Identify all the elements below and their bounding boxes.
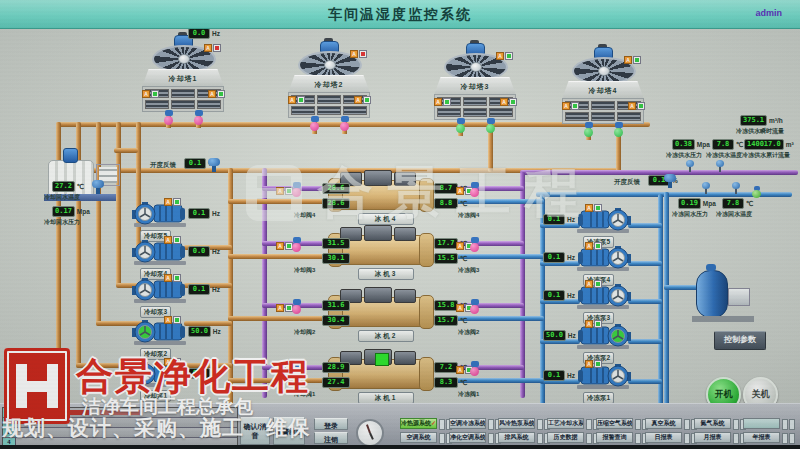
alarm-page-button[interactable]: 报警画面 [273,417,305,445]
pump-status-indicator: A [585,360,602,368]
nav-button[interactable]: 月报表✓ [694,432,731,443]
pump-frequency-display: 0.0Hz [188,246,220,257]
tower-body: 冷却塔1 [142,69,224,87]
pump-status-indicator: A [164,198,181,206]
cooling-in-temp-display: 31.5 [322,238,350,249]
nav-button[interactable]: 氮气系统✓ [694,418,731,429]
cooling-return-pressure-display: 0.17Mpa [52,206,90,217]
nav-button[interactable]: 净化空调系统✓ [449,432,486,443]
chilled-valve-icon[interactable] [470,299,480,314]
cooling-tower[interactable]: A 冷却塔4 A A [560,44,646,140]
cooling-valve-indicator: A [276,304,293,312]
shutoff-valve-icon[interactable] [752,186,762,198]
water-pump[interactable]: 50.0Hz A 冷却泵2 [128,314,248,358]
nav-button[interactable]: 风冷热泵系统✓ [498,418,535,429]
plant-canvas: 27.2℃ 冷却回水温度 0.17Mpa 冷却回水压力 开度反馈 0.1% 开度… [0,28,800,403]
chilled-valve-icon[interactable] [470,237,480,252]
nav-button[interactable]: 报警查询✓ [596,432,633,443]
chiller-unit[interactable]: 28.9 27.4 A 冷却阀1 冰机1 7.2℃ 8.3℃ A 冷冻阀1 [270,357,540,407]
chiller-screen [375,353,389,366]
cooling-out-temp-display: 30.1 [322,253,350,264]
nav-indicator [782,433,795,444]
tower-valve-icon[interactable] [164,110,174,125]
tower-status-indicator: A [562,102,579,110]
nav-button[interactable]: 历史数据✓ [547,432,584,443]
water-pump[interactable]: 0.1Hz A 冷冻泵3 [543,278,663,322]
nav-button[interactable]: 真空系统✓ [645,418,682,429]
alarm-row-number: 3 [3,428,16,437]
chilled-valve-label: 冷冻阀4 [458,211,479,220]
chiller-label: 冰机2 [358,330,414,342]
cooling-valve-indicator: A [276,242,293,250]
nav-button[interactable]: 工艺冷却水系统✓ [547,418,584,429]
pump-status-indicator: A [585,242,602,250]
water-pump[interactable]: 0.1Hz A 冷冻泵1 [543,358,663,402]
chiller-unit[interactable]: 31.6 30.4 A 冷却阀2 冰机2 15.8℃ 15.7℃ A 冷冻阀2 [270,295,540,345]
logged-in-user[interactable]: admin [755,8,782,18]
nav-button[interactable]: 日报表✓ [645,432,682,443]
water-pump[interactable]: 0.1Hz A 冷却泵3 [128,272,248,316]
chilled-valve-icon[interactable] [470,361,480,376]
expansion-tank[interactable] [694,266,764,324]
cooling-valve-icon[interactable] [292,237,302,252]
chiller-unit[interactable]: 31.5 30.1 A 冷却阀3 冰机3 17.7℃ 15.5℃ A 冷冻阀3 [270,233,540,283]
return-pressure-display: 0.19Mpa [678,198,716,209]
tower-label: 冷却塔3 [458,82,493,92]
alarm-row[interactable]: 1 [3,408,237,418]
alarm-row[interactable]: 2 [3,418,237,428]
chilled-valve-icon[interactable] [470,182,480,197]
tower-valve-icon[interactable] [614,122,624,137]
tower-status-indicator: A [354,96,371,104]
tower-status-indicator: A [628,102,645,110]
logout-button[interactable]: 注销 [314,432,348,444]
tower-valve-icon[interactable] [456,118,466,133]
supply-pressure-display: 0.38Mpa [672,139,710,150]
alarm-row[interactable]: 3 [3,428,237,438]
tower-body: 冷却塔4 [562,81,644,99]
water-pump[interactable]: 50.0Hz A 冷冻泵2 [543,318,663,362]
nav-button[interactable]: ✓ [743,418,780,429]
ack-mute-button[interactable]: 确认/消音 [240,417,270,445]
cooling-valve-icon[interactable] [292,182,302,197]
nav-button[interactable]: 年报表✓ [743,432,780,443]
total-flow-label: 冷冻供水累计流量 [742,151,790,160]
chiller-label: 冰机4 [358,213,414,225]
nav-button[interactable]: 空调冷冻系统✓ [449,418,486,429]
nav-button[interactable]: 压缩空气系统✓ [596,418,633,429]
cooling-tower[interactable]: A 冷却塔2 A A [286,38,372,134]
cooling-out-temp-display: 30.4 [322,315,350,326]
cooling-tower[interactable]: 0.0Hz A 冷却塔1 A A [140,32,226,128]
tower-valve-icon[interactable] [584,122,594,137]
control-params-button[interactable]: 控制参数 [714,331,766,350]
return-pressure-label: 冷冻回水压力 [672,210,708,219]
tower-status-indicator: A [500,98,517,106]
cooling-valve-icon[interactable] [292,361,302,376]
water-pump[interactable]: 0.1Hz A 冷却泵1 [128,356,248,400]
pipe [664,192,669,424]
cooling-in-temp-display: 28.9 [322,362,350,373]
nav-button[interactable]: 排风系统✓ [498,432,535,443]
pump-frequency-display: 0.1Hz [188,368,220,379]
supply-pressure-label: 冷冻供水压力 [666,151,702,160]
pump-icon [575,324,631,354]
tower-valve-icon[interactable] [194,110,204,125]
hmi-screen: 车间温湿度监控系统 admin 27.2℃ 冷却回水温度 0.17Mpa 冷却回… [0,0,800,449]
tower-valve-icon[interactable] [486,118,496,133]
tower-valve-icon[interactable] [340,116,350,131]
butterfly-valve-icon[interactable] [92,180,104,194]
pump-frequency-display: 0.1Hz [188,284,220,295]
cooling-tower[interactable]: A 冷却塔3 A A [432,40,518,136]
chiller-unit[interactable]: 28.6 28.6 A 冷却阀4 冰机4 8.7℃ 8.8℃ A 冷冻阀4 [270,178,540,228]
compressor-icon [364,225,392,241]
modulating-valve-icon[interactable] [664,174,676,188]
login-button[interactable]: 登录 [314,418,348,430]
nav-button[interactable]: 空调系统✓ [400,432,437,443]
tower-label: 冷却塔4 [586,86,621,96]
alarm-row-text [16,418,237,427]
modulating-valve-icon[interactable] [208,158,220,172]
alarm-list[interactable]: 1 2 3 4 [2,407,238,447]
tower-valve-icon[interactable] [310,116,320,131]
cooling-valve-icon[interactable] [292,299,302,314]
clock-widget [356,419,384,447]
nav-button[interactable]: 冷热源系统✓ [400,418,437,429]
